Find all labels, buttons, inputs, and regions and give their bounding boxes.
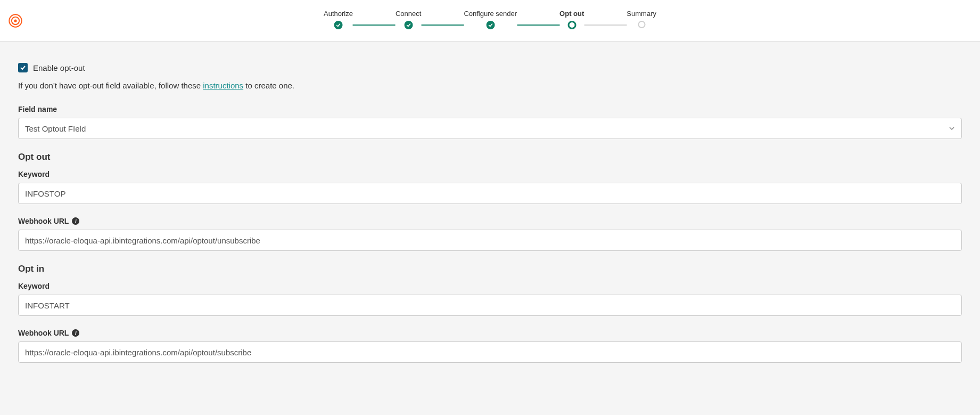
wizard-stepper: Authorize Connect Configure sender Opt o… [324,10,656,29]
optin-webhook-label: Webhook URL i [18,329,962,337]
enable-optout-label: Enable opt-out [33,63,85,72]
step-connector [584,25,627,26]
step-connector [353,25,396,26]
field-name-label: Field name [18,105,962,113]
optout-webhook-group: Webhook URL i [18,217,962,251]
field-name-value: Test Optout FIeld [25,124,86,133]
check-icon [404,21,413,29]
optout-webhook-input[interactable] [18,230,962,251]
opt-out-section-title: Opt out [18,152,962,162]
chevron-down-icon [949,124,955,133]
pending-step-icon [638,21,645,28]
step-connector [421,25,464,26]
optin-keyword-label: Keyword [18,282,962,290]
optin-keyword-input[interactable] [18,295,962,316]
opt-in-section-title: Opt in [18,264,962,274]
svg-point-2 [14,19,17,22]
instructions-link[interactable]: instructions [203,81,243,90]
step-opt-out[interactable]: Opt out [559,10,584,29]
field-name-group: Field name Test Optout FIeld [18,105,962,139]
check-icon [334,21,342,29]
current-step-icon [567,21,576,29]
header: Authorize Connect Configure sender Opt o… [0,0,980,42]
optin-webhook-group: Webhook URL i [18,329,962,363]
enable-optout-checkbox[interactable] [18,63,28,72]
content: Enable opt-out If you don't have opt-out… [0,42,980,392]
optin-webhook-input[interactable] [18,341,962,363]
step-configure-sender[interactable]: Configure sender [464,10,517,29]
step-connect[interactable]: Connect [396,10,421,29]
optout-keyword-label: Keyword [18,170,962,178]
info-icon[interactable]: i [72,217,79,225]
optout-webhook-label: Webhook URL i [18,217,962,225]
optout-keyword-input[interactable] [18,183,962,204]
check-icon [486,21,495,29]
optout-keyword-group: Keyword [18,170,962,204]
optin-keyword-group: Keyword [18,282,962,316]
enable-optout-row: Enable opt-out [18,63,962,72]
brand-logo-icon [9,14,22,28]
step-authorize[interactable]: Authorize [324,10,353,29]
info-icon[interactable]: i [72,329,79,337]
step-connector [517,25,559,26]
help-text: If you don't have opt-out field availabl… [18,81,962,90]
field-name-select[interactable]: Test Optout FIeld [18,118,962,139]
step-summary[interactable]: Summary [627,10,656,28]
